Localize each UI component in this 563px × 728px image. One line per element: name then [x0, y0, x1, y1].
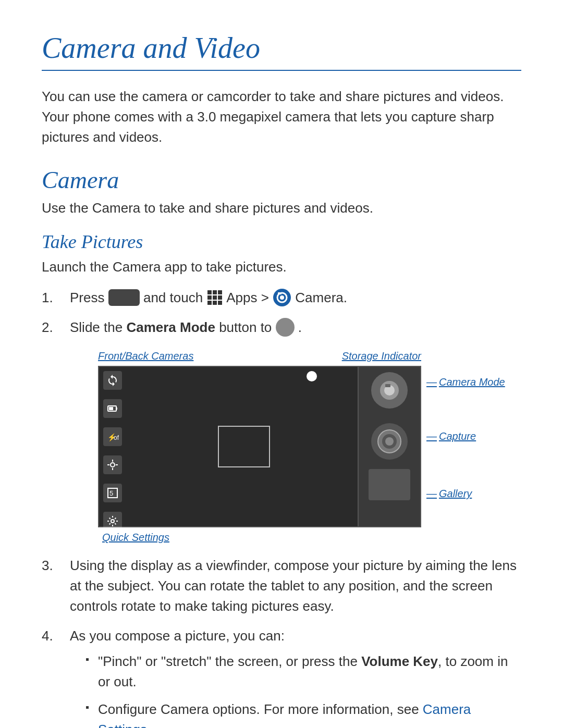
svg-rect-4 [213, 295, 217, 300]
sub-bullet-1-text: "Pinch" or "stretch" the screen, or pres… [98, 653, 508, 689]
label-quick-settings: Quick Settings [98, 529, 452, 545]
svg-rect-8 [218, 301, 222, 305]
camera-settings-link[interactable]: Camera Settings [98, 701, 471, 728]
step-4-num: 4. [42, 626, 53, 646]
svg-text:5: 5 [109, 489, 113, 497]
subsection-intro-take-pictures: Launch the Camera app to take pictures. [42, 259, 521, 275]
chapter-title: Camera and Video [42, 31, 521, 65]
svg-rect-2 [218, 290, 222, 294]
svg-rect-1 [213, 290, 217, 294]
svg-rect-28 [385, 384, 390, 387]
camera-app-icon [273, 288, 291, 307]
right-panel [359, 366, 421, 527]
diagram-body: ⚡off 5 [98, 366, 452, 527]
svg-rect-3 [207, 295, 212, 300]
camera-screen: ⚡off 5 [98, 366, 359, 527]
step-3: 3. Using the display as a viewfinder, co… [42, 556, 521, 616]
svg-rect-15 [116, 408, 117, 410]
rotate-icon [103, 371, 122, 390]
step-2-period: . [298, 319, 302, 335]
svg-point-25 [111, 520, 114, 523]
svg-rect-5 [218, 295, 222, 300]
left-sidebar-icons: ⚡off 5 [103, 371, 122, 530]
section-intro-camera: Use the Camera to take and share picture… [42, 200, 521, 216]
svg-rect-12 [278, 292, 282, 294]
step-4: 4. As you compose a picture, you can: "P… [42, 626, 521, 728]
svg-point-22 [111, 463, 115, 467]
apps-grid-icon [206, 289, 223, 306]
svg-rect-14 [109, 407, 113, 410]
step-4-text: As you compose a picture, you can: [70, 628, 285, 644]
label-camera-mode: Camera Mode [426, 374, 505, 390]
step-3-num: 3. [42, 556, 53, 576]
viewfinder-box [218, 426, 270, 467]
svg-point-31 [385, 437, 394, 446]
capture-btn [371, 423, 408, 460]
step-2-text: Slide the Camera Mode button to [70, 319, 276, 335]
step-1-text-middle: and touch [143, 290, 206, 305]
svg-rect-0 [207, 290, 212, 294]
svg-point-11 [280, 295, 284, 300]
step-2: 2. Slide the Camera Mode button to . Fro… [42, 317, 521, 545]
sub-bullets-list: "Pinch" or "stretch" the screen, or pres… [70, 651, 521, 728]
svg-rect-7 [213, 301, 217, 305]
intro-paragraph: You can use the camera or camcorder to t… [42, 87, 521, 147]
storage-indicator-dot [307, 371, 317, 381]
section-title-camera: Camera [42, 166, 521, 194]
step-1-text-before: Press [70, 290, 108, 305]
gallery-btn [369, 469, 410, 500]
step-1-apps-text: Apps > [226, 290, 269, 305]
label-gallery: Gallery [426, 486, 472, 501]
sub-bullet-2: Configure Camera options. For more infor… [85, 699, 521, 728]
step-1-num: 1. [42, 288, 53, 308]
subsection-title-take-pictures: Take Pictures [42, 231, 521, 253]
settings-icon [103, 512, 122, 530]
sub-bullet-1: "Pinch" or "stretch" the screen, or pres… [85, 651, 521, 692]
label-storage-indicator: Storage Indicator [342, 348, 421, 364]
label-front-back-cameras: Front/Back Cameras [98, 348, 193, 364]
sub-bullet-2-text: Configure Camera options. For more infor… [98, 701, 471, 728]
step-3-text: Using the display as a viewfinder, compo… [70, 558, 517, 614]
home-button-icon [108, 289, 140, 306]
label-capture: Capture [426, 428, 476, 444]
chapter-heading: Camera and Video [42, 31, 521, 71]
scene-icon [103, 455, 122, 474]
svg-text:off: off [114, 434, 119, 441]
step-1: 1. Press and touch Apps > [42, 288, 521, 308]
flash-off-icon: ⚡off [103, 427, 122, 446]
svg-rect-6 [207, 301, 212, 305]
battery-icon [103, 399, 122, 418]
steps-list: 1. Press and touch Apps > [42, 288, 521, 728]
exposure-icon: 5 [103, 484, 122, 502]
camera-mode-button-icon [276, 318, 295, 337]
camera-diagram: Front/Back Cameras Storage Indicator [98, 348, 452, 545]
camera-mode-btn [371, 372, 408, 409]
step-1-camera-text: Camera. [295, 290, 347, 305]
diagram-labels-top: Front/Back Cameras Storage Indicator [98, 348, 421, 366]
step-2-num: 2. [42, 317, 53, 338]
